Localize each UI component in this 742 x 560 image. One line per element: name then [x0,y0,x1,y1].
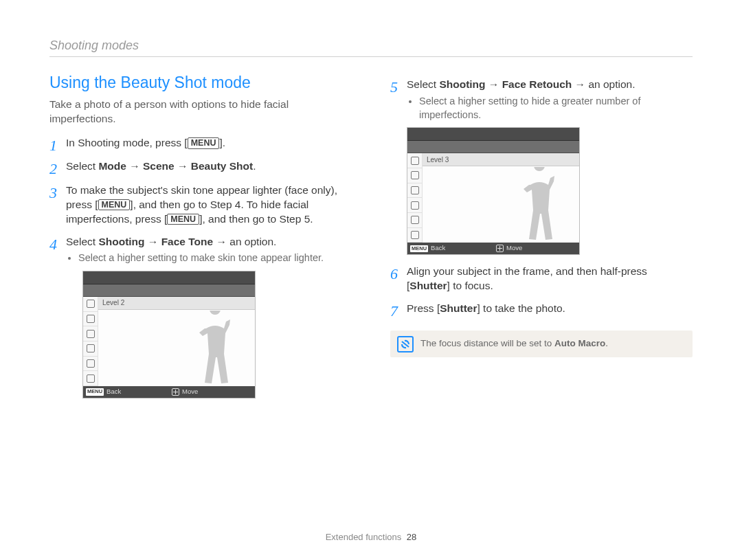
person-silhouette-icon [519,167,560,243]
screen-move-label: Move [182,388,198,396]
step-5-sub-item: Select a higher setting to hide a greate… [419,95,693,122]
side-icon [407,213,423,228]
page-title: Using the Beauty Shot mode [49,72,352,93]
page-number: 28 [407,532,416,542]
side-icon [83,326,98,341]
step-5-text: Select Shooting → Face Retouch → an opti… [407,78,693,92]
step-7: 7 Press [Shutter] to take the photo. [390,302,693,320]
screen-level-bar: Level 3 [423,153,579,166]
screen-side-icons [83,297,98,386]
menu-key-icon: MENU [98,199,131,210]
step-2-text: Select Mode → Scene → Beauty Shot. [66,159,352,174]
screen-side-icons [407,153,423,243]
side-icon [407,198,423,213]
step-2: 2 Select Mode → Scene → Beauty Shot. [49,159,352,177]
nav-key-icon [172,388,179,396]
step-5: 5 Select Shooting → Face Retouch → an op… [390,78,693,259]
side-icon [83,357,98,372]
side-icon [83,341,98,357]
menu-key-icon: MENU [410,245,428,252]
step-number: 6 [390,265,407,282]
step-number: 3 [49,183,66,201]
step-number: 7 [390,302,407,320]
note-icon [397,336,414,352]
side-icon [83,312,98,327]
step-6-text: Align your subject in the frame, and the… [407,265,693,293]
note-text-post: . [605,338,608,348]
footer-label: Extended functions [326,532,402,542]
step-6: 6 Align your subject in the frame, and t… [390,265,693,296]
left-column: Using the Beauty Shot mode Take a photo … [49,72,371,408]
page-intro: Take a photo of a person with options to… [49,98,352,126]
menu-key-icon: MENU [167,214,199,225]
right-column: 5 Select Shooting → Face Retouch → an op… [371,72,693,408]
step-number: 5 [390,78,407,96]
screen-top-tabs [83,271,255,284]
device-screen-face-tone: Level 2 MENUBack Move [82,271,256,399]
side-icon [407,183,423,199]
screen-bottom-bar: MENUBack Move [407,243,579,254]
menu-key-icon: MENU [188,137,220,148]
screen-sub-tabs [407,141,579,153]
step-1: 1 In Shooting mode, press [MENU]. [49,136,352,154]
page-footer: Extended functions 28 [0,531,742,544]
step-4: 4 Select Shooting → Face Tone → an optio… [49,235,352,403]
section-header: Shooting modes [49,37,693,54]
info-note: The focus distance will be set to Auto M… [390,331,693,357]
side-icon [83,371,98,386]
content-columns: Using the Beauty Shot mode Take a photo … [49,72,693,408]
nav-key-icon [496,245,504,252]
step-4-text: Select Shooting → Face Tone → an option. [66,235,352,249]
device-screen-face-retouch: Level 3 MENUBack Move [407,127,580,255]
person-silhouette-icon [194,311,236,386]
screen-viewfinder: Level 3 [423,153,579,243]
screen-bottom-bar: MENUBack Move [83,386,255,398]
screen-sub-tabs [83,284,255,297]
step-5-sublist: Select a higher setting to hide a greate… [407,95,693,122]
note-text-strong: Auto Macro [554,338,605,348]
screen-viewfinder: Level 2 [98,297,255,386]
side-icon [83,297,98,312]
screen-back-label: Back [106,388,121,396]
note-text-pre: The focus distance will be set to [420,338,554,348]
step-4-sublist: Select a higher setting to make skin ton… [66,251,352,265]
page: Shooting modes Using the Beauty Shot mod… [0,0,742,560]
step-1-text: In Shooting mode, press [MENU]. [66,136,352,150]
step-4-sub-item: Select a higher setting to make skin ton… [78,251,352,265]
screen-back-label: Back [431,244,445,253]
divider [49,56,693,57]
step-7-text: Press [Shutter] to take the photo. [407,302,693,316]
step-3: 3 To make the subject's skin tone appear… [49,183,352,229]
step-number: 1 [49,136,66,154]
screen-top-tabs [407,128,579,141]
step-number: 2 [49,159,66,177]
screen-level-bar: Level 2 [98,297,255,310]
step-number: 4 [49,235,66,253]
side-icon [407,153,423,168]
side-icon [407,228,423,243]
step-3-text: To make the subject's skin tone appear l… [66,183,352,227]
screen-move-label: Move [506,244,522,253]
side-icon [407,168,423,183]
menu-key-icon: MENU [86,388,104,395]
